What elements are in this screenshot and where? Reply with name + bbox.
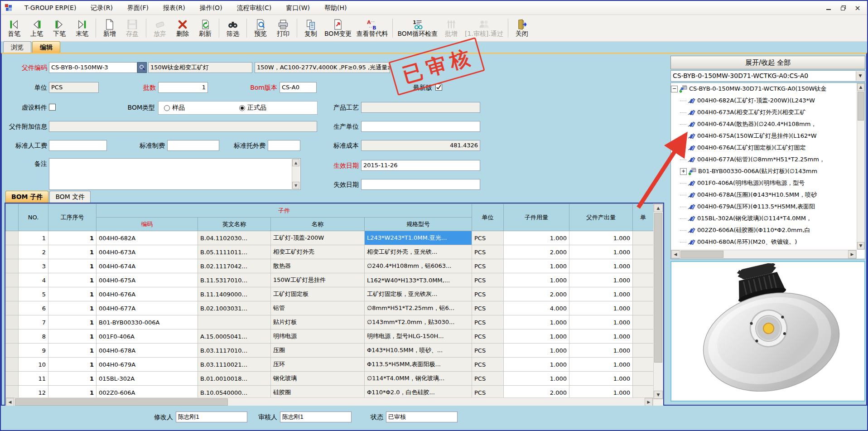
col-seq[interactable]: 工序序号 [48,204,96,231]
scroll-up-icon[interactable]: ▲ [857,83,864,91]
col-en-name[interactable]: 英文名称 [198,218,271,231]
col-no[interactable]: NO. [19,204,48,231]
toolbar-button-prev[interactable]: 上笔 [25,15,48,41]
tree-vscroll-thumb[interactable] [858,92,864,121]
spec-cell[interactable]: Φ110*Φ2.0，白色硅胶... [365,386,472,398]
scroll-left-icon[interactable]: ◀ [671,250,680,258]
table-row[interactable]: 10 1 004H0-679A B.03.1110021... 压环 Φ113.… [6,358,654,372]
row-selector[interactable] [6,358,19,372]
minimize-button[interactable] [825,4,833,11]
toolbar-button-next[interactable]: 下笔 [48,15,71,41]
table-vscroll-thumb[interactable] [654,213,662,363]
toolbar-button-close[interactable]: 关闭 [511,15,533,41]
spec-cell[interactable]: L162*W40*H133*T3.0MM,... [365,273,472,287]
spec-cell[interactable]: 工矿灯固定板，亚光铁灰... [365,287,472,301]
table-row[interactable]: 9 1 004H0-678A B.03.1117010... 压圈 Φ143*H… [6,344,654,358]
parent-code-field[interactable]: CS-BYB-0-150MW-3 [49,62,137,73]
toolbar-button-discard[interactable]: 放弃 [149,15,171,41]
row-selector[interactable] [6,231,19,245]
table-row[interactable]: 3 1 004H0-674A B.02.1117042... 散热器 ∅240.… [6,259,654,273]
spec-cell[interactable]: ∅143mm*T2.0mm，贴3030... [365,315,472,329]
selected-cell[interactable]: L243*W243*T1.0MM.亚光... [365,231,472,245]
table-row[interactable]: 12 1 002Z0-606A B.10.0540000... 硅胶圈 Φ110… [6,386,654,398]
labor-cost-field[interactable] [49,140,107,151]
bom-type-formal-radio[interactable]: 正式品 [239,104,266,112]
scroll-down-icon[interactable]: ▼ [654,391,663,399]
col-name[interactable]: 名称 [271,218,365,231]
tree-item[interactable]: 004H0-682A(工矿灯-顶盖-200W)(L243*W [671,95,857,107]
toolbar-button-preview[interactable]: 预览 [249,15,272,41]
scroll-right-icon[interactable]: ▶ [645,398,653,406]
tree-horizontal-scrollbar[interactable]: ◀ ▶ [671,250,857,259]
tree-item[interactable]: 004H0-676A(工矿灯固定板)(工矿灯固定 [671,142,857,154]
tree-item[interactable]: 004H0-674A(散热器)(∅240.4*H108mm， [671,118,857,130]
spec-cell[interactable]: 相变工矿灯外壳，亚光铁... [365,245,472,259]
phantom-checkbox[interactable] [49,104,56,111]
parent-code-lookup-button[interactable] [137,62,147,73]
table-row[interactable]: 11 1 015BL-302A B.01.0010018... 钢化玻璃 ∅11… [6,372,654,386]
toolbar-button-first[interactable]: 首笔 [3,15,25,41]
toolbar-button-bomcheck[interactable]: 1 BOM循环检查 [395,15,439,41]
expire-date-field[interactable] [361,179,480,190]
chevron-down-icon[interactable]: ▼ [856,71,864,81]
tree-item[interactable]: 015BL-302A(钢化玻璃)(∅114*T4.0MM， [671,213,857,224]
extra-info-field[interactable] [49,121,317,132]
menu-item-1[interactable]: 记录(R) [83,1,120,15]
tree-item[interactable]: 004H0-675A(150W工矿灯悬挂件)(L162*W [671,130,857,142]
scroll-left-icon[interactable]: ◀ [6,398,14,406]
tab-edit[interactable]: 编辑 [32,41,60,53]
remark-scrollbar[interactable]: ▲ ▼ [292,159,300,189]
tab-bom-children[interactable]: BOM 子件 [5,191,48,203]
outsource-cost-field[interactable] [268,140,300,151]
col-code[interactable]: 编码 [96,218,198,231]
restore-button[interactable] [839,4,847,11]
col-spec[interactable]: 规格型号 [365,218,472,231]
table-row[interactable]: 2 1 004H0-673A B.05.1111011... 相变工矿灯外壳 相… [6,245,654,259]
tree-item[interactable]: 004H0-678A(压圈)(Φ143*H10.5MM，喷砂 [671,189,857,201]
tab-browse[interactable]: 浏览 [3,41,31,53]
col-qty[interactable]: 子件用量 [504,204,569,231]
spec-cell[interactable]: ∅8mm*H51*T2.25mm，铝6... [365,301,472,315]
close-window-button[interactable]: × [854,4,862,11]
tree-item[interactable]: 002Z0-606A(硅胶圈)(Φ110*Φ2.0mm,白 [671,224,857,236]
toolbar-button-filter[interactable]: 筛选 [222,15,244,41]
toolbar-button-print[interactable]: 打印 [272,15,294,41]
table-row[interactable]: 1 1 004H0-682A B.04.1102030... 工矿灯-顶盖-20… [6,231,654,245]
menu-item-4[interactable]: 操作(O) [193,1,230,15]
spec-cell[interactable]: ∅114*T4.0MM，钢化玻璃... [365,372,472,386]
toolbar-button-add[interactable]: 新增 [98,15,121,41]
tree-item[interactable]: + B01-BYB00330-006A(贴片灯板)(∅143mm [671,165,857,177]
col-parent-qty[interactable]: 父件产出量 [569,204,633,231]
toolbar-button-copy[interactable]: 复制 [299,15,322,41]
table-row[interactable]: 5 1 004H0-676A B.11.1409000... 工矿灯固定板 工矿… [6,287,654,301]
table-hscroll-thumb[interactable] [15,398,228,406]
spec-cell[interactable]: Φ143*H10.5MM，喷砂、... [365,344,472,358]
col-unit[interactable]: 单位 [472,204,504,231]
tree-item[interactable]: 001F0-406A(明纬电源)(明纬电源，型号 [671,177,857,189]
spec-cell[interactable]: Φ113.5*H5MM,表面阳极... [365,358,472,372]
row-selector[interactable] [6,273,19,287]
table-vertical-scrollbar[interactable]: ▲ ▼ [653,203,663,399]
table-row[interactable]: 4 1 004H0-675A B.11.5317010... 150W工矿灯悬挂… [6,273,654,287]
table-row[interactable]: 8 1 001F0-406A A.15.0005041... 明纬电源 明纬电源… [6,329,654,344]
menu-item-3[interactable]: 报表(R) [156,1,193,15]
scroll-right-icon[interactable]: ▶ [848,250,856,258]
collapse-icon[interactable]: − [671,86,678,92]
toolbar-button-subst[interactable]: AB 查看替代料 [354,15,390,41]
mfg-cost-field[interactable] [167,140,219,151]
table-row[interactable]: 6 1 004H0-677A B.02.1003031... 铝管 ∅8mm*H… [6,301,654,315]
toolbar-button-approve[interactable]: [1.审核].通过 [463,15,506,41]
menu-item-6[interactable]: 窗口(W) [279,1,317,15]
menu-item-0[interactable]: T-GROUP ERP(E) [17,1,83,15]
batch-field[interactable]: 1 [158,82,208,93]
row-selector[interactable] [6,301,19,315]
row-selector[interactable] [6,245,19,259]
scroll-down-icon[interactable]: ▼ [292,182,299,189]
tree-hscroll-thumb[interactable] [680,251,723,258]
tree-item[interactable]: 004H0-673A(相变工矿灯外壳)(相变工矿 [671,107,857,118]
toolbar-button-refresh[interactable]: 刷新 [194,15,217,41]
spec-cell[interactable]: ∅240.4*H108mm，铝6063... [365,259,472,273]
toolbar-button-batch[interactable]: 批增 [440,15,463,41]
row-selector[interactable] [6,344,19,358]
expand-collapse-all-button[interactable]: 展开/收起 全部 [670,56,865,69]
